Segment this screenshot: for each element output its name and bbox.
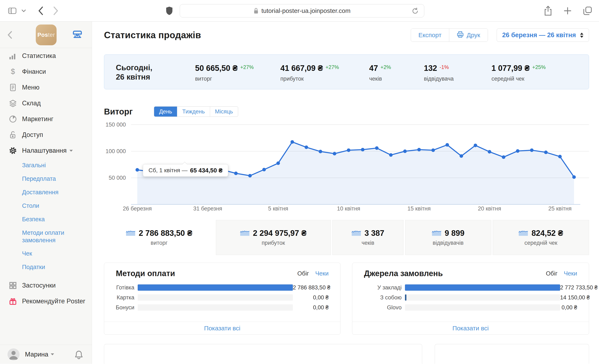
sidebar-item-label: Фінанси — [22, 68, 46, 76]
submenu-item-receipt[interactable]: Чек — [0, 247, 92, 260]
sidebar-item-settings[interactable]: Налаштування — [0, 143, 92, 159]
avatar[interactable] — [8, 348, 19, 360]
source-row-glovo: Glovo 0,00 ₴ — [352, 303, 589, 313]
printer-icon — [457, 31, 464, 39]
today-title: Сьогодні, 26 квітня — [116, 63, 152, 82]
tab-day[interactable]: День — [154, 107, 177, 117]
print-button[interactable]: Друк — [449, 29, 488, 42]
collapse-sidebar-icon[interactable] — [7, 31, 12, 40]
sidebar-item-finance[interactable]: $ Фінанси — [0, 64, 92, 80]
new-tab-icon[interactable] — [563, 7, 572, 15]
revenue-line-chart[interactable] — [131, 120, 589, 205]
page-header: Статистика продажів Експорт Друк 26 бере… — [104, 28, 589, 42]
share-icon[interactable] — [544, 5, 552, 16]
bar-track — [405, 294, 560, 301]
lock-icon — [254, 8, 258, 14]
submenu-item-delivery[interactable]: Доставлення — [0, 186, 92, 199]
app-window: Poster Статистика $ Фінанси Меню — [0, 22, 599, 364]
sidebar-item-recommend[interactable]: Рекомендуйте Poster — [0, 293, 92, 309]
row-label: Картка — [104, 295, 138, 300]
today-stat-average: 1 077,99 ₴+25% середній чек — [492, 64, 546, 82]
notifications-bell-icon[interactable] — [74, 350, 83, 361]
submenu-item-security[interactable]: Безпека — [0, 212, 92, 226]
forward-button[interactable] — [53, 6, 59, 15]
revenue-section-header: Виторг День Тиждень Місяць — [104, 106, 238, 117]
row-value: 0,00 ₴ — [560, 304, 577, 311]
tab-month[interactable]: Місяць — [210, 107, 238, 117]
sidebar-item-access[interactable]: Доступ — [0, 127, 92, 143]
bar-track — [138, 304, 293, 311]
submenu-item-tables[interactable]: Столи — [0, 199, 92, 212]
sidebar-item-label: Статистика — [22, 52, 56, 60]
export-button[interactable]: Експорт — [411, 29, 449, 42]
pos-terminal-icon[interactable] — [72, 30, 83, 40]
poster-logo[interactable]: Poster — [36, 25, 57, 45]
stat-delta: +27% — [326, 64, 339, 70]
logo-text-bold: Pos — [37, 32, 48, 38]
submenu-label: Чек — [22, 250, 32, 257]
tooltip-date: Сб, 1 квітня — [149, 167, 180, 173]
show-all-link[interactable]: Показати всі — [452, 325, 489, 332]
tab-week[interactable]: Тиждень — [177, 107, 210, 117]
panel-footer: Показати всі — [352, 322, 589, 335]
sidebar-item-menu[interactable]: Меню — [0, 80, 92, 95]
dollar-icon: $ — [8, 68, 18, 76]
x-axis-tick: 31 березня — [190, 205, 225, 212]
today-title-line1: Сьогодні, — [116, 63, 152, 72]
toggle-turnover[interactable]: Обіг — [297, 270, 309, 277]
stat-label: відвідувача — [424, 76, 454, 82]
summary-card-average[interactable]: 824,52 ₴ середній чек — [493, 220, 589, 255]
toggle-receipts[interactable]: Чеки — [315, 270, 329, 277]
bottom-cards-row: За часом За днями тижня — [104, 344, 589, 364]
card-value: 2 786 883,50 ₴ — [139, 229, 192, 238]
submenu-label: Столи — [22, 202, 39, 209]
row-value: 0,00 ₴ — [293, 294, 329, 301]
summary-card-profit[interactable]: 2 294 975,97 ₴ прибуток — [216, 220, 331, 255]
row-value: 2 772 733,50 ₴ — [560, 284, 598, 291]
stat-label: чеків — [369, 76, 391, 82]
row-value: 0,00 ₴ — [293, 304, 329, 311]
period-tabs: День Тиждень Місяць — [154, 106, 238, 117]
today-stat-profit: 41 667,09 ₴+27% прибуток — [280, 64, 339, 82]
sidebar-item-inventory[interactable]: Склад — [0, 95, 92, 111]
toggle-receipts[interactable]: Чеки — [564, 270, 577, 277]
row-value: 14 150,00 ₴ — [560, 294, 590, 301]
settings-submenu: Загальні Передплата Доставлення Столи Бе… — [0, 159, 92, 274]
sidebar-logo-row: Poster — [0, 22, 92, 48]
card-label: середній чек — [524, 240, 557, 246]
summary-card-receipts[interactable]: 3 387 чеків — [332, 220, 404, 255]
submenu-item-general[interactable]: Загальні — [0, 159, 92, 172]
sidebar-item-marketing[interactable]: Маркетинг — [0, 111, 92, 127]
sidebar-toggle-icon[interactable] — [8, 7, 17, 15]
submenu-item-taxes[interactable]: Податки — [0, 260, 92, 274]
today-stat-visitors: 132-1% відвідувача — [424, 64, 454, 82]
by-time-card: За часом — [104, 344, 422, 364]
row-label: У закладі — [352, 285, 405, 290]
sidebar-item-label: Маркетинг — [22, 115, 53, 123]
tab-overview-icon[interactable] — [583, 6, 592, 16]
logo-text-light: ter — [48, 32, 55, 38]
toggle-turnover[interactable]: Обіг — [546, 270, 557, 277]
address-bar[interactable]: tutorial-poster-ua.joinposter.com — [180, 4, 424, 17]
back-button[interactable] — [38, 6, 44, 15]
stat-delta: +27% — [240, 64, 254, 70]
chevron-down-icon[interactable] — [21, 9, 26, 12]
source-row-inhouse: У закладі 2 772 733,50 ₴ — [352, 283, 589, 293]
user-menu-caret-icon[interactable] — [51, 353, 54, 355]
stat-delta: -1% — [440, 64, 449, 70]
card-label: чеків — [361, 240, 374, 246]
sidebar-item-apps[interactable]: Застосунки — [0, 278, 92, 293]
submenu-item-subscription[interactable]: Передплата — [0, 172, 92, 186]
privacy-shield-icon[interactable] — [166, 6, 173, 15]
tooltip-separator: — — [182, 167, 188, 173]
submenu-item-payment-methods[interactable]: Методи оплати замовлення — [0, 226, 92, 247]
sidebar-item-statistics[interactable]: Статистика — [0, 48, 92, 64]
date-range-picker[interactable]: 26 березня — 26 квітня — [497, 28, 589, 42]
summary-card-revenue[interactable]: 2 786 883,50 ₴ виторг — [104, 220, 214, 255]
show-all-link[interactable]: Показати всі — [204, 325, 240, 332]
reload-icon[interactable] — [412, 8, 419, 15]
revenue-chart: 150 000100 00050 000 26 березня31 березн… — [92, 120, 599, 213]
user-name[interactable]: Марина — [25, 351, 48, 358]
summary-card-visitors[interactable]: 9 899 відвідувачів — [405, 220, 491, 255]
bar-fill — [138, 284, 293, 291]
